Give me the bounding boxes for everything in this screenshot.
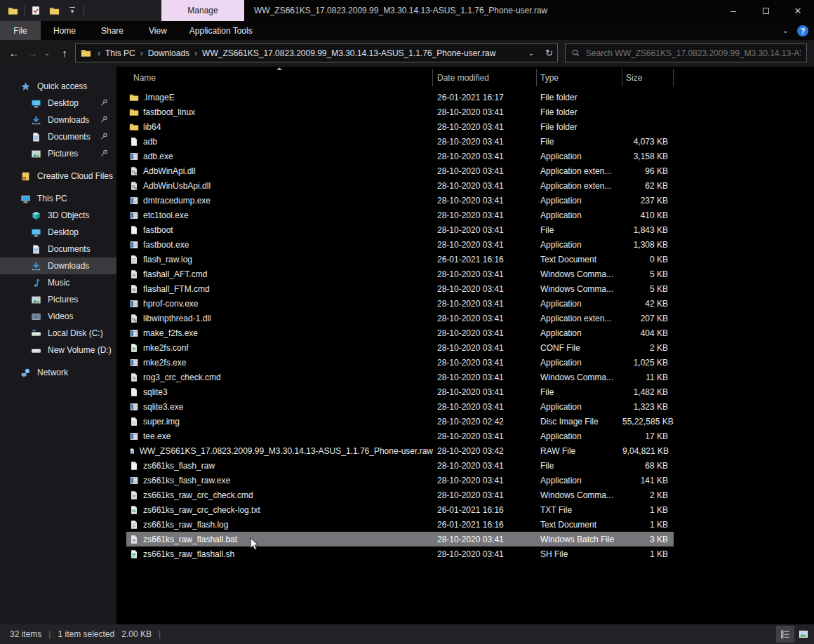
file-size: 11 KB xyxy=(622,373,674,382)
breadcrumb-current-folder[interactable]: WW_ZS661KS_17.0823.2009.99_M3.30.14.13-A… xyxy=(201,48,497,58)
file-name-cell: etc1tool.exe xyxy=(126,210,433,220)
sidebar-item-this-pc[interactable]: This PC xyxy=(0,190,116,207)
up-icon[interactable]: ↑ xyxy=(56,43,73,62)
sidebar-item-videos[interactable]: Videos xyxy=(0,308,116,325)
sidebar-item-documents[interactable]: Documents xyxy=(0,241,116,257)
table-row[interactable]: zs661ks_raw_flashall.sh28-10-2020 03:41S… xyxy=(126,546,674,561)
table-row[interactable]: WW_ZS661KS_17.0823.2009.99_M3.30.14.13-A… xyxy=(126,443,674,458)
sidebar-item-quick-access[interactable]: Quick access xyxy=(0,78,116,95)
table-row[interactable]: sqlite3.exe28-10-2020 03:41Application1,… xyxy=(126,399,674,414)
table-row[interactable]: zs661ks_raw_crc_check-log.txt26-01-2021 … xyxy=(126,502,674,517)
table-row[interactable]: super.img28-10-2020 02:42Disc Image File… xyxy=(126,414,674,429)
back-icon[interactable]: ← xyxy=(6,43,22,62)
file-type: Application xyxy=(537,358,622,368)
table-row[interactable]: zs661ks_raw_flash.log26-01-2021 16:16Tex… xyxy=(126,517,674,532)
dll-icon xyxy=(129,181,139,191)
sort-ascending-icon xyxy=(276,67,282,70)
items-count: 32 items xyxy=(10,629,41,639)
sidebar-item-documents[interactable]: Documents xyxy=(0,128,116,145)
file-date-modified: 28-10-2020 03:41 xyxy=(433,225,537,235)
table-row[interactable]: etc1tool.exe28-10-2020 03:41Application4… xyxy=(126,208,674,222)
sidebar-item-local-disk-c[interactable]: Local Disk (C:) xyxy=(0,325,116,342)
table-row[interactable]: fastboot.exe28-10-2020 03:41Application1… xyxy=(126,237,674,252)
table-row[interactable]: make_f2fs.exe28-10-2020 03:41Application… xyxy=(126,326,674,340)
table-row[interactable]: fastboot_linux28-10-2020 03:41File folde… xyxy=(126,105,674,119)
table-row[interactable]: zs661ks_flash_raw.exe28-10-2020 03:41App… xyxy=(126,473,674,488)
table-row[interactable]: mke2fs.conf28-10-2020 03:41CONF File2 KB xyxy=(126,340,674,355)
table-row[interactable]: mke2fs.exe28-10-2020 03:41Application1,0… xyxy=(126,355,674,370)
file-size: 68 KB xyxy=(622,461,674,471)
sidebar-item-new-volume-d[interactable]: New Volume (D:) xyxy=(0,342,116,358)
folder-icon[interactable] xyxy=(47,3,61,18)
refresh-icon[interactable]: ↻ xyxy=(545,48,553,58)
customize-toolbar-chevron-icon[interactable]: ▾ xyxy=(65,3,79,18)
file-name: mke2fs.exe xyxy=(143,358,186,368)
column-header-date-modified[interactable]: Date modified xyxy=(433,69,537,86)
large-icons-view-icon[interactable] xyxy=(794,626,813,643)
properties-check-icon[interactable] xyxy=(29,3,43,18)
close-icon[interactable]: ✕ xyxy=(782,0,814,21)
sidebar-item-desktop[interactable]: Desktop xyxy=(0,224,116,241)
sidebar-item-music[interactable]: Music xyxy=(0,274,116,291)
table-row[interactable]: tee.exe28-10-2020 03:41Application17 KB xyxy=(126,429,674,443)
details-view-icon[interactable] xyxy=(776,626,794,643)
table-row[interactable]: rog3_crc_check.cmd28-10-2020 03:41Window… xyxy=(126,370,674,384)
sidebar-item-creative-cloud-files[interactable]: Creative Cloud Files xyxy=(0,168,116,185)
tab-share[interactable]: Share xyxy=(88,21,136,40)
column-header-name[interactable]: Name xyxy=(126,69,433,86)
table-row[interactable]: libwinpthread-1.dll28-10-2020 03:41Appli… xyxy=(126,311,674,326)
table-row[interactable]: flashall_FTM.cmd28-10-2020 03:41Windows … xyxy=(126,281,674,296)
table-row[interactable]: zs661ks_raw_flashall.bat28-10-2020 03:41… xyxy=(126,532,674,546)
sidebar-item-pictures[interactable]: Pictures xyxy=(0,145,116,162)
search-input[interactable] xyxy=(586,48,801,58)
table-row[interactable]: AdbWinUsbApi.dll28-10-2020 03:41Applicat… xyxy=(126,178,674,193)
tab-view[interactable]: View xyxy=(136,21,180,40)
tab-application-tools[interactable]: Application Tools xyxy=(180,21,262,40)
table-row[interactable]: zs661ks_flash_raw28-10-2020 03:41File68 … xyxy=(126,458,674,473)
sidebar-item-network[interactable]: Network xyxy=(0,364,116,381)
recent-locations-chevron-icon[interactable]: ⌄ xyxy=(41,43,53,62)
column-header-type[interactable]: Type xyxy=(537,69,622,86)
table-row[interactable]: hprof-conv.exe28-10-2020 03:41Applicatio… xyxy=(126,296,674,311)
table-row[interactable]: adb.exe28-10-2020 03:41Application3,158 … xyxy=(126,149,674,163)
file-name-cell: fastboot xyxy=(126,225,433,235)
table-row[interactable]: dmtracedump.exe28-10-2020 03:41Applicati… xyxy=(126,193,674,208)
breadcrumb-this-pc[interactable]: This PC xyxy=(104,48,137,58)
file-type: File xyxy=(537,461,622,471)
tab-file[interactable]: File xyxy=(0,21,41,40)
table-row[interactable]: adb28-10-2020 03:41File4,073 KB xyxy=(126,134,674,149)
quick-access-toolbar: ▾ xyxy=(0,0,161,21)
table-row[interactable]: lib6428-10-2020 03:41File folder xyxy=(126,119,674,134)
address-dropdown-chevron-icon[interactable]: ⌄ xyxy=(528,49,534,57)
table-row[interactable]: sqlite328-10-2020 03:41File1,482 KB xyxy=(126,384,674,399)
table-row[interactable]: zs661ks_raw_crc_check.cmd28-10-2020 03:4… xyxy=(126,488,674,502)
search-box[interactable] xyxy=(565,43,807,62)
address-bar[interactable]: › This PC › Downloads › WW_ZS661KS_17.08… xyxy=(75,43,558,62)
table-row[interactable]: flash_raw.log26-01-2021 16:16Text Docume… xyxy=(126,252,674,267)
sidebar-item-label: Downloads xyxy=(48,115,89,125)
table-row[interactable]: flashall_AFT.cmd28-10-2020 03:41Windows … xyxy=(126,267,674,281)
sidebar-item-downloads[interactable]: Downloads xyxy=(0,112,116,128)
sidebar-item-downloads[interactable]: Downloads xyxy=(0,257,116,274)
file-name-cell: adb.exe xyxy=(126,152,433,161)
tab-home[interactable]: Home xyxy=(41,21,88,40)
ribbon-contextual-group-manage[interactable]: Manage xyxy=(161,0,244,21)
minimize-icon[interactable]: – xyxy=(717,0,749,21)
table-row[interactable]: AdbWinApi.dll28-10-2020 03:41Application… xyxy=(126,163,674,178)
file-name-cell: make_f2fs.exe xyxy=(126,328,433,338)
table-row[interactable]: fastboot28-10-2020 03:41File1,843 KB xyxy=(126,222,674,237)
table-row[interactable]: .ImageE26-01-2021 16:17File folder xyxy=(126,90,674,105)
sidebar-section: Creative Cloud Files xyxy=(0,168,116,185)
column-header-size[interactable]: Size xyxy=(622,69,674,86)
help-icon[interactable]: ? xyxy=(797,25,808,36)
sidebar-item-desktop[interactable]: Desktop xyxy=(0,95,116,112)
sidebar-item-pictures[interactable]: Pictures xyxy=(0,291,116,308)
file-name-cell: flashall_AFT.cmd xyxy=(126,269,433,279)
forward-icon[interactable]: → xyxy=(24,43,41,62)
sidebar-item-3d-objects[interactable]: 3D Objects xyxy=(0,207,116,224)
folder-icon[interactable] xyxy=(6,3,20,18)
maximize-icon[interactable] xyxy=(749,0,782,21)
breadcrumb-downloads[interactable]: Downloads xyxy=(147,48,191,58)
chevron-down-icon[interactable]: ⌄ xyxy=(782,26,789,35)
file-size: 5 KB xyxy=(622,284,674,294)
